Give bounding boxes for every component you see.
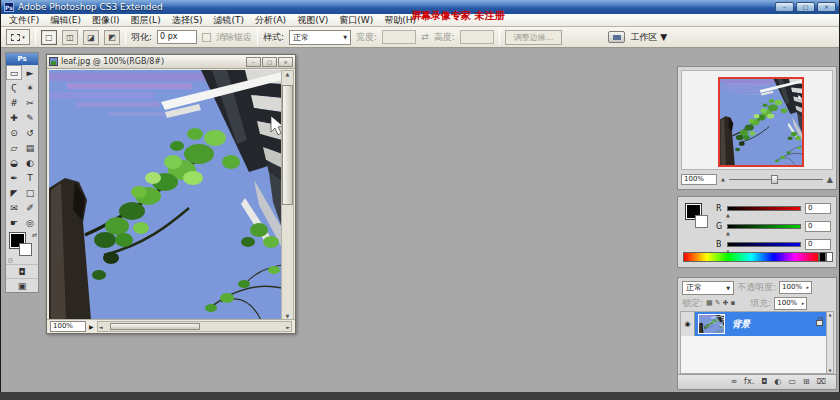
clone-stamp-tool[interactable]: ⊙ [6,125,22,140]
blue-slider[interactable]: ▲ [727,242,801,247]
workspace-button[interactable]: 工作区 ▼ [630,31,667,44]
pen-tool[interactable]: ✒ [6,170,22,185]
doc-maximize-button[interactable]: □ [262,57,277,67]
white-swatch[interactable] [826,252,833,262]
scroll-left-icon[interactable]: ◄ [99,324,103,330]
horizontal-scroll-thumb[interactable] [110,323,200,330]
add-selection-button[interactable]: ◫ [62,30,78,45]
zoom-out-icon[interactable]: ▲ [721,176,725,182]
menu-layer[interactable]: 图层(L) [131,14,161,27]
scroll-right-icon[interactable]: ► [286,324,290,330]
menu-window[interactable]: 窗口(W) [339,14,373,27]
delete-layer-icon[interactable]: ⌧ [817,376,826,388]
menu-select[interactable]: 选择(S) [172,14,203,27]
layer-style-icon[interactable]: fx. [744,376,754,388]
slider-thumb[interactable] [771,175,778,184]
intersect-selection-button[interactable]: ◩ [104,30,120,45]
menu-view[interactable]: 视图(V) [297,14,328,27]
doc-minimize-button[interactable]: – [246,57,261,67]
restore-button[interactable]: □ [796,2,815,12]
color-spectrum-bar[interactable] [683,252,819,262]
hand-tool[interactable]: ☛ [6,215,22,230]
menu-analysis[interactable]: 分析(A) [255,14,286,27]
doc-close-button[interactable]: × [278,57,293,67]
notes-tool[interactable]: ✉ [6,200,22,215]
screen-mode-button[interactable]: ▣ [6,278,38,292]
menu-file[interactable]: 文件(F) [9,14,39,27]
blur-tool[interactable]: ◒ [6,155,22,170]
brush-tool[interactable]: ✎ [22,110,38,125]
blend-mode-select[interactable]: 正常 ▼ [682,281,734,295]
link-layers-icon[interactable]: ∞ [730,376,737,388]
document-title-bar[interactable]: leaf.jpg @ 100%(RGB/8#) – □ × [47,55,295,69]
blue-value-field[interactable]: 0 [805,239,831,250]
canvas-image[interactable] [49,70,282,320]
slice-tool[interactable]: ✂ [22,95,38,110]
spot-healing-brush-tool[interactable]: ✚ [6,110,22,125]
path-selection-tool[interactable]: ◤ [6,185,22,200]
minimize-button[interactable]: – [775,2,794,12]
close-button[interactable]: × [817,2,836,12]
vertical-scroll-thumb[interactable] [282,85,293,205]
lock-pixels-icon[interactable]: ✎ [715,299,721,307]
default-colors-icon[interactable]: ◳ [8,257,13,263]
layer-mask-icon[interactable]: ◘ [761,376,767,388]
fill-field[interactable]: 100% ▸ [774,297,807,310]
scroll-down-icon[interactable]: ▼ [828,368,831,373]
opacity-field[interactable]: 100% ▸ [779,281,812,294]
adjustment-layer-icon[interactable]: ◐ [775,376,782,388]
new-selection-button[interactable]: □ [41,30,57,45]
eraser-tool[interactable]: ▱ [6,140,22,155]
navigator-thumbnail[interactable] [718,77,804,167]
layer-thumbnail[interactable] [698,314,725,334]
rectangular-marquee-tool[interactable]: ▭ [6,65,22,80]
background-color-swatch[interactable] [19,243,32,256]
red-value-field[interactable]: 0 [805,203,831,214]
menu-image[interactable]: 图像(I) [92,14,120,27]
crop-tool[interactable]: # [6,95,22,110]
spinner-icon[interactable]: ▸ [802,298,805,309]
horizontal-scrollbar[interactable]: ◄ ► [97,321,292,332]
move-tool[interactable]: ► [22,65,38,80]
lock-transparency-icon[interactable]: ▦ [706,299,713,307]
layer-row-background[interactable]: ◉ 背景 [681,312,833,336]
bridge-icon[interactable] [608,31,625,43]
feather-input[interactable]: 0 px [157,30,197,44]
eyedropper-tool[interactable]: ✐ [22,200,38,215]
zoom-field[interactable]: 100% [50,321,86,332]
antialias-checkbox[interactable] [202,33,211,42]
slider-thumb-icon[interactable]: ▲ [726,212,730,218]
lock-all-icon[interactable]: ▪ [730,299,735,307]
menu-filter[interactable]: 滤镜(T) [213,14,244,27]
height-input[interactable] [460,30,494,44]
style-select[interactable]: 正常 ▼ [289,30,351,45]
zoom-tool[interactable]: ◎ [22,215,38,230]
subtract-selection-button[interactable]: ◪ [83,30,99,45]
dodge-tool[interactable]: ◐ [22,155,38,170]
tool-preset-picker[interactable]: ▾ [6,29,30,45]
toolbox-header[interactable]: Ps [6,53,38,65]
new-layer-icon[interactable]: ⊞ [803,376,810,388]
history-brush-tool[interactable]: ↺ [22,125,38,140]
layer-name[interactable]: 背景 [732,318,750,331]
scroll-up-icon[interactable]: ▲ [286,71,290,77]
rectangle-tool[interactable]: □ [22,185,38,200]
width-input[interactable] [382,30,416,44]
refine-edge-button[interactable]: 调整边缘... [505,30,563,45]
scroll-up-icon[interactable]: ▲ [828,312,831,317]
black-swatch[interactable] [819,252,826,262]
navigator-zoom-slider[interactable] [729,174,823,184]
gradient-tool[interactable]: ▤ [22,140,38,155]
red-slider[interactable]: ▲ [727,206,801,211]
swap-colors-icon[interactable]: ⇄ [32,231,37,238]
green-slider[interactable]: ▲ [727,224,801,229]
menu-edit[interactable]: 编辑(E) [50,14,81,27]
visibility-cell[interactable]: ◉ [681,312,695,336]
swap-dimensions-icon[interactable]: ⇄ [421,32,429,42]
slider-thumb-icon[interactable]: ▲ [726,230,730,236]
lasso-tool[interactable]: Ϛ [6,80,22,95]
eye-icon[interactable]: ◉ [684,320,690,328]
spinner-icon[interactable]: ▸ [807,282,810,293]
zoom-in-icon[interactable]: ▲ [827,175,833,184]
quick-mask-button[interactable]: ◘ [6,264,38,278]
